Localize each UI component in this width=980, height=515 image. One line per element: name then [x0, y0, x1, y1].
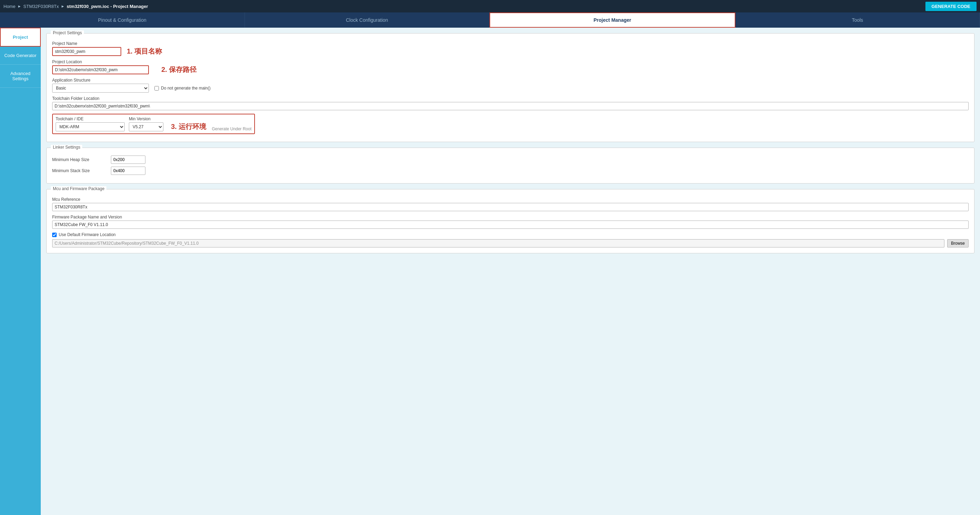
- sidebar-item-advanced-settings[interactable]: Advanced Settings: [0, 65, 41, 88]
- linker-settings-card: Linker Settings Minimum Heap Size Minimu…: [46, 148, 974, 183]
- do-not-generate-main-row: Do not generate the main(): [154, 86, 210, 91]
- min-version-label: Min Version: [129, 116, 163, 121]
- app-structure-label: Application Structure: [52, 78, 969, 83]
- breadcrumb-sep-1: ►: [18, 4, 21, 8]
- sidebar-item-code-generator[interactable]: Code Generator: [0, 47, 41, 65]
- tab-clock[interactable]: Clock Configuration: [245, 13, 490, 28]
- main-layout: Project Code Generator Advanced Settings…: [0, 28, 980, 515]
- toolchain-folder-input[interactable]: [52, 102, 969, 110]
- breadcrumb-file[interactable]: stm32f030_pwm.ioc - Project Manager: [67, 4, 148, 9]
- mcu-firmware-card: Mcu and Firmware Package Mcu Reference F…: [46, 189, 974, 254]
- use-default-fw-label: Use Default Firmware Location: [59, 232, 116, 237]
- tab-tools[interactable]: Tools: [735, 13, 980, 28]
- annotation-2: 2. 保存路径: [161, 65, 197, 74]
- fw-pkg-group: Firmware Package Name and Version: [52, 215, 969, 229]
- toolchain-ide-label: Toolchain / IDE: [56, 116, 125, 121]
- generate-under-root-label: Generate Under Root: [212, 126, 251, 131]
- mcu-ref-group: Mcu Reference: [52, 197, 969, 211]
- fw-location-row: Browse: [52, 239, 969, 247]
- mcu-ref-label: Mcu Reference: [52, 197, 969, 202]
- min-stack-label: Minimum Stack Size: [52, 168, 107, 173]
- breadcrumb-device[interactable]: STM32F030R8Tx: [24, 4, 59, 9]
- min-stack-input[interactable]: [111, 167, 145, 175]
- sidebar: Project Code Generator Advanced Settings: [0, 28, 41, 515]
- fw-pkg-input[interactable]: [52, 220, 969, 229]
- breadcrumb-home[interactable]: Home: [3, 4, 16, 9]
- breadcrumb-sep-2: ►: [61, 4, 65, 8]
- use-default-fw-row: Use Default Firmware Location: [52, 232, 969, 237]
- generate-code-button[interactable]: GENERATE CODE: [926, 2, 977, 11]
- project-location-input[interactable]: [52, 65, 149, 74]
- min-stack-row: Minimum Stack Size: [52, 167, 969, 175]
- min-heap-row: Minimum Heap Size: [52, 156, 969, 164]
- tab-pinout[interactable]: Pinout & Configuration: [0, 13, 245, 28]
- toolchain-folder-label: Toolchain Folder Location: [52, 96, 969, 101]
- fw-location-input: [52, 239, 944, 247]
- min-version-select[interactable]: V5.27 V5.36: [129, 122, 163, 131]
- mcu-ref-input[interactable]: [52, 203, 969, 211]
- mcu-firmware-title: Mcu and Firmware Package: [51, 186, 107, 191]
- project-name-input[interactable]: [52, 47, 121, 56]
- annotation-3: 3. 运行环境: [171, 122, 206, 131]
- linker-settings-title: Linker Settings: [51, 145, 82, 150]
- breadcrumb: Home ► STM32F030R8Tx ► stm32f030_pwm.ioc…: [3, 4, 148, 9]
- min-heap-input[interactable]: [111, 156, 145, 164]
- min-heap-label: Minimum Heap Size: [52, 157, 107, 162]
- content-area: Project Settings Project Name 1. 项目名称 Pr…: [41, 28, 980, 515]
- toolchain-ide-select[interactable]: MDK-ARM STM32CubeIDE Makefile: [56, 122, 125, 131]
- use-default-fw-checkbox[interactable]: [52, 233, 57, 237]
- app-structure-row: Basic Advanced Do not generate the main(…: [52, 84, 969, 92]
- sidebar-item-project[interactable]: Project: [0, 28, 41, 47]
- tab-project-manager[interactable]: Project Manager: [490, 13, 735, 28]
- do-not-generate-main-checkbox[interactable]: [154, 86, 159, 91]
- app-structure-select[interactable]: Basic Advanced: [52, 84, 149, 92]
- project-settings-title: Project Settings: [51, 30, 84, 35]
- fw-pkg-label: Firmware Package Name and Version: [52, 215, 969, 220]
- project-location-label: Project Location: [52, 59, 156, 64]
- browse-button[interactable]: Browse: [947, 239, 969, 247]
- annotation-1: 1. 项目名称: [127, 47, 162, 56]
- project-name-label: Project Name: [52, 41, 121, 46]
- top-bar: Home ► STM32F030R8Tx ► stm32f030_pwm.ioc…: [0, 0, 980, 13]
- tab-bar: Pinout & Configuration Clock Configurati…: [0, 13, 980, 28]
- do-not-generate-main-label: Do not generate the main(): [161, 86, 210, 91]
- project-settings-card: Project Settings Project Name 1. 项目名称 Pr…: [46, 33, 974, 142]
